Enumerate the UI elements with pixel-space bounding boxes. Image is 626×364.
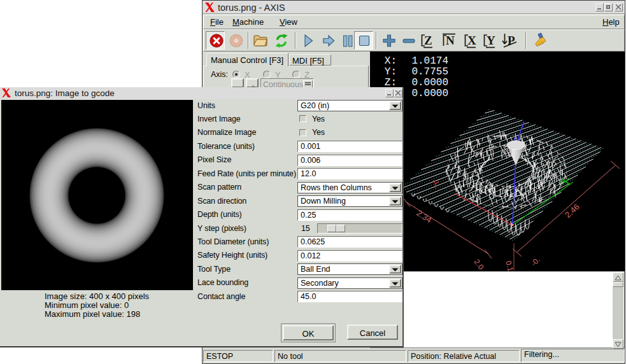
- svg-text:Z: Z: [424, 34, 432, 47]
- svg-text:2.0: 2.0: [473, 258, 486, 271]
- svg-text:0.1: 0.1: [504, 260, 515, 271]
- svg-text:X: X: [467, 34, 476, 47]
- svg-text:-0.: -0.: [529, 255, 542, 268]
- svg-text:P: P: [508, 34, 515, 47]
- svg-text:2.34: 2.34: [415, 208, 433, 225]
- svg-text:2.46: 2.46: [563, 202, 581, 220]
- svg-text:Y: Y: [487, 34, 495, 47]
- svg-text:N: N: [446, 34, 455, 47]
